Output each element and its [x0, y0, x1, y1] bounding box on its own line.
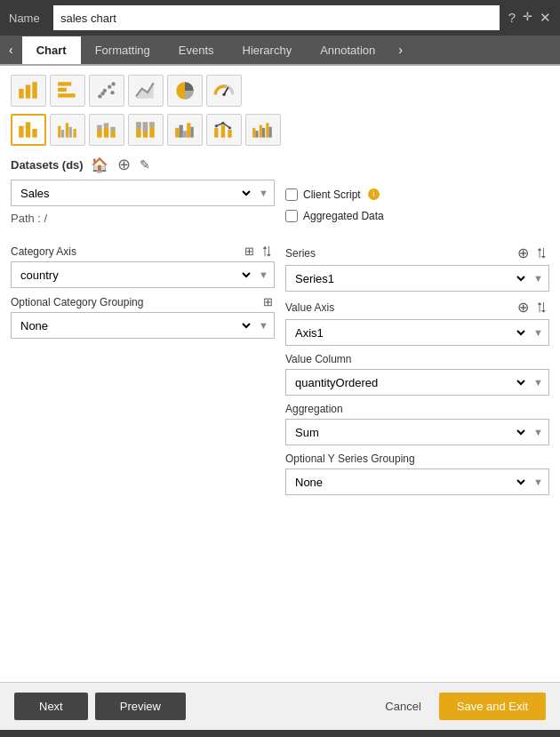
name-label: Name [9, 12, 44, 25]
svg-rect-16 [19, 126, 23, 138]
category-axis-header: Category Axis ⊞ ⮁ [11, 244, 275, 258]
chart-subtype-4[interactable] [128, 114, 164, 146]
chart-subtype-6[interactable] [206, 114, 242, 146]
tab-hierarchy[interactable]: Hierarchy [228, 36, 307, 64]
save-exit-button[interactable]: Save and Exit [439, 693, 546, 720]
two-col-section: Category Axis ⊞ ⮁ country ▼ Optional Cat… [11, 237, 549, 501]
optional-category-header: Optional Category Grouping ⊞ [11, 295, 275, 308]
category-axis-label: Category Axis [11, 245, 76, 258]
svg-point-11 [110, 91, 114, 94]
value-axis-label: Value Axis [285, 301, 334, 314]
client-script-checkbox[interactable] [285, 188, 298, 201]
chart-type-line[interactable] [128, 75, 164, 107]
client-script-row: Client Script i [285, 188, 549, 201]
svg-rect-41 [214, 128, 218, 138]
chart-type-gauge[interactable] [206, 75, 242, 107]
svg-rect-40 [191, 127, 194, 138]
value-column-header: Value Column [285, 353, 549, 365]
svg-point-10 [101, 92, 105, 95]
chart-subtype-1[interactable] [11, 114, 46, 146]
chart-type-hbar[interactable] [50, 75, 85, 107]
chart-type-scatter[interactable] [89, 75, 124, 107]
name-input[interactable] [53, 5, 500, 30]
series-label: Series [285, 247, 316, 260]
category-axis-select[interactable]: country [12, 262, 253, 287]
value-axis-filter-btn[interactable]: ⮁ [534, 299, 549, 316]
optional-category-arrow: ▼ [253, 320, 274, 331]
chart-type-bar[interactable] [11, 75, 46, 107]
tab-right-arrow[interactable]: › [389, 36, 412, 64]
cancel-button[interactable]: Cancel [367, 693, 438, 720]
svg-rect-33 [143, 122, 148, 132]
series-filter-btn[interactable]: ⮁ [534, 244, 549, 261]
datasets-add-btn[interactable]: ⊕ [116, 155, 132, 174]
svg-point-6 [98, 94, 101, 98]
datasets-edit-btn[interactable]: ✎ [138, 157, 152, 172]
svg-rect-37 [180, 125, 183, 138]
optional-category-label: Optional Category Grouping [11, 296, 143, 308]
aggregation-dropdown[interactable]: Sum Count Average Min Max ▼ [285, 419, 549, 445]
header-icons: ? ✛ ✕ [508, 10, 551, 26]
category-axis-dropdown[interactable]: country ▼ [11, 261, 275, 288]
svg-rect-43 [228, 130, 231, 138]
category-axis-filter-btn[interactable]: ⮁ [260, 244, 275, 258]
client-script-label: Client Script [303, 188, 361, 201]
value-column-select[interactable]: quantityOrdered [286, 370, 528, 395]
move-icon: ✛ [523, 10, 532, 26]
help-icon[interactable]: ? [508, 10, 516, 26]
svg-point-46 [228, 126, 231, 129]
info-icon: i [368, 188, 380, 200]
chart-subtype-2[interactable] [50, 114, 85, 146]
optional-y-grouping-dropdown[interactable]: None ▼ [285, 469, 549, 495]
footer-left-buttons: Next Preview [14, 693, 186, 720]
series-select[interactable]: Series1 [286, 266, 528, 291]
svg-point-44 [215, 124, 218, 127]
series-add-btn[interactable]: ⊕ [516, 244, 531, 261]
aggregation-label: Aggregation [285, 403, 343, 415]
tab-chart[interactable]: Chart [22, 36, 81, 64]
svg-rect-27 [104, 123, 108, 126]
optional-cat-network-btn[interactable]: ⊞ [261, 295, 275, 308]
header: Name ? ✛ ✕ [0, 0, 560, 36]
series-header: Series ⊕ ⮁ [285, 244, 549, 261]
datasets-select[interactable]: Sales [12, 180, 253, 205]
svg-rect-47 [252, 128, 255, 138]
tab-formatting[interactable]: Formatting [81, 36, 164, 64]
chart-subtype-5[interactable] [167, 114, 203, 146]
next-button[interactable]: Next [14, 693, 88, 720]
preview-button[interactable]: Preview [95, 693, 186, 720]
category-axis-network-btn[interactable]: ⊞ [243, 244, 256, 258]
chart-type-row [11, 75, 549, 107]
svg-point-15 [222, 93, 225, 96]
svg-rect-0 [19, 89, 23, 99]
optional-y-grouping-select[interactable]: None [286, 469, 528, 494]
tab-annotation[interactable]: Annotation [306, 36, 389, 64]
optional-y-grouping-header: Optional Y Series Grouping [285, 453, 549, 465]
svg-rect-31 [136, 122, 140, 129]
footer-right-buttons: Cancel Save and Exit [367, 693, 546, 720]
value-axis-select[interactable]: Axis1 [286, 320, 528, 345]
tab-events[interactable]: Events [164, 36, 228, 64]
chart-subtype-3[interactable] [89, 114, 124, 146]
svg-rect-3 [58, 82, 71, 85]
aggregated-data-checkbox[interactable] [285, 210, 298, 222]
series-dropdown[interactable]: Series1 ▼ [285, 265, 549, 292]
value-axis-add-btn[interactable]: ⊕ [516, 299, 531, 316]
chart-type-pie[interactable] [167, 75, 203, 107]
tab-left-arrow[interactable]: ‹ [0, 36, 22, 64]
close-icon[interactable]: ✕ [540, 10, 551, 26]
value-axis-header: Value Axis ⊕ ⮁ [285, 299, 549, 316]
chart-subtype-7[interactable] [245, 114, 281, 146]
datasets-home-btn[interactable]: 🏠 [89, 156, 110, 173]
svg-rect-39 [187, 123, 190, 137]
optional-category-dropdown[interactable]: None ▼ [11, 312, 275, 339]
datasets-main-row: Sales ▼ Path : / Client Script i Aggrega… [11, 180, 549, 234]
value-axis-dropdown[interactable]: Axis1 ▼ [285, 319, 549, 346]
svg-rect-5 [58, 93, 76, 97]
optional-category-select[interactable]: None [12, 313, 253, 338]
datasets-dropdown[interactable]: Sales ▼ [11, 180, 275, 206]
path-row: Path : / [11, 212, 275, 225]
value-column-dropdown[interactable]: quantityOrdered ▼ [285, 369, 549, 396]
svg-rect-35 [149, 122, 154, 126]
aggregation-select[interactable]: Sum Count Average Min Max [286, 420, 528, 445]
